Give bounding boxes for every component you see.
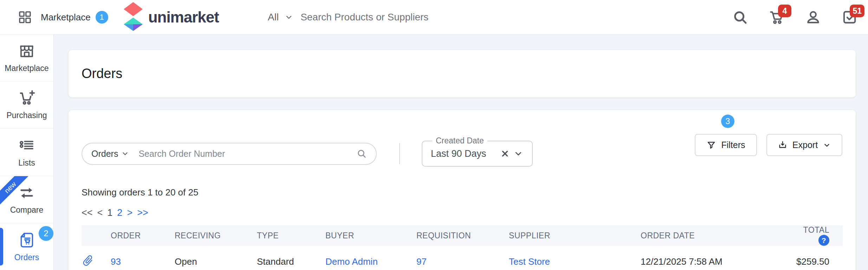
cart-plus-icon	[18, 90, 35, 107]
sidebar-item-purchasing[interactable]: Purchasing	[0, 82, 53, 129]
main-content: Orders 3 Filters Export Orders	[54, 34, 868, 270]
search-icon[interactable]	[731, 8, 749, 26]
table-row: 93 Open Standard Demo Admin 97 Test Stor…	[82, 248, 843, 270]
chevron-down-icon[interactable]	[513, 148, 524, 159]
created-date-filter[interactable]: Created Date Last 90 Days	[422, 141, 533, 167]
supplier-link[interactable]: Test Store	[509, 256, 550, 267]
pagination-first[interactable]: <<	[82, 207, 93, 218]
tasks-icon[interactable]: 51	[841, 8, 859, 26]
page-header-card: Orders	[69, 50, 856, 97]
order-date-cell: 12/21/2025 7:58 AM	[641, 248, 788, 270]
column-supplier: SUPPLIER	[509, 225, 641, 248]
filters-button[interactable]: Filters	[695, 134, 757, 156]
chevron-down-icon	[121, 149, 129, 158]
pagination-prev[interactable]: <	[97, 207, 103, 218]
sidebar: Marketplace Purchasing Lists new Compare	[0, 34, 54, 270]
sidebar-item-orders[interactable]: Orders 2	[0, 223, 53, 270]
sidebar-item-label: Lists	[18, 158, 35, 168]
export-button[interactable]: Export	[766, 134, 842, 156]
pagination-page-2[interactable]: 2	[117, 207, 122, 218]
cart-icon[interactable]: 4	[767, 8, 786, 26]
sidebar-item-label: Compare	[10, 205, 44, 215]
top-bar: Marketplace 1 unimarket All	[0, 0, 868, 34]
global-search: All	[268, 0, 448, 34]
topbar-left: Marketplace 1 unimarket	[18, 0, 219, 34]
sidebar-item-lists[interactable]: Lists	[0, 129, 53, 176]
chevron-down-icon	[823, 141, 831, 149]
filter-funnel-icon	[706, 140, 716, 150]
type-cell: Standard	[257, 248, 325, 270]
total-help-icon[interactable]: ?	[818, 235, 829, 246]
order-number-search-input[interactable]	[138, 149, 356, 159]
storefront-icon	[18, 43, 35, 60]
toolbar-divider	[399, 143, 400, 164]
pagination-page-1[interactable]: 1	[107, 207, 112, 218]
column-total-label: TOTAL	[803, 225, 830, 234]
column-receiving: RECEIVING	[175, 225, 257, 248]
column-buyer: BUYER	[325, 225, 416, 248]
page-title: Orders	[82, 66, 122, 81]
chevron-down-icon	[284, 13, 293, 22]
order-search-scope-dropdown[interactable]: Orders	[91, 149, 129, 159]
marketplace-menu[interactable]: Marketplace	[41, 12, 91, 23]
requisition-link[interactable]: 97	[416, 256, 427, 267]
tasks-count-badge: 51	[850, 5, 864, 17]
pagination: << < 1 2 > >>	[82, 207, 843, 218]
column-total: TOTAL?	[788, 225, 843, 248]
export-button-label: Export	[792, 140, 818, 150]
marketplace-count-badge: 1	[96, 11, 108, 24]
sidebar-item-marketplace[interactable]: Marketplace	[0, 34, 53, 82]
orders-table: ORDER RECEIVING TYPE BUYER REQUISITION S…	[82, 225, 843, 270]
buyer-link[interactable]: Demo Admin	[325, 256, 378, 267]
unimarket-wordmark[interactable]: unimarket	[148, 8, 219, 26]
unimarket-logo-icon[interactable]	[123, 2, 143, 32]
order-search-scope-value: Orders	[91, 149, 118, 159]
column-attachment	[82, 225, 111, 248]
orders-count-badge: 2	[39, 226, 53, 241]
column-requisition: REQUISITION	[416, 225, 509, 248]
search-icon[interactable]	[356, 148, 367, 159]
created-date-label: Created Date	[432, 136, 487, 146]
column-order-date: ORDER DATE	[641, 225, 788, 248]
list-icon	[18, 137, 35, 155]
results-summary: Showing orders 1 to 20 of 25	[82, 187, 843, 198]
active-indicator-bar	[0, 228, 3, 265]
order-document-icon	[18, 231, 36, 249]
search-scope-dropdown[interactable]: All	[268, 12, 293, 23]
order-search-box: Orders	[82, 143, 377, 165]
sidebar-item-label: Orders	[14, 253, 39, 262]
topbar-icons: 4 51	[731, 0, 859, 34]
apps-grid-icon[interactable]	[18, 10, 32, 25]
search-scope-value: All	[268, 12, 279, 23]
receiving-cell: Open	[175, 248, 257, 270]
download-icon	[778, 140, 788, 150]
sidebar-item-compare[interactable]: new Compare	[0, 176, 53, 223]
pagination-last[interactable]: >>	[137, 207, 148, 218]
sidebar-item-label: Purchasing	[6, 111, 47, 120]
column-order: ORDER	[111, 225, 175, 248]
global-search-input[interactable]	[300, 12, 448, 23]
filters-count-badge: 3	[721, 115, 734, 128]
account-icon[interactable]	[804, 8, 822, 26]
pagination-next[interactable]: >	[127, 207, 132, 218]
clear-x-icon[interactable]	[500, 149, 510, 158]
order-number-link[interactable]: 93	[111, 256, 121, 267]
table-header-row: ORDER RECEIVING TYPE BUYER REQUISITION S…	[82, 225, 843, 248]
total-cell: $259.50	[788, 248, 843, 270]
attachment-cell	[82, 248, 111, 270]
compare-arrows-icon	[18, 184, 35, 202]
created-date-value: Last 90 Days	[431, 148, 500, 159]
filters-button-label: Filters	[721, 140, 745, 150]
paperclip-icon[interactable]	[79, 251, 97, 269]
orders-panel: 3 Filters Export Orders	[69, 110, 856, 270]
cart-count-badge: 4	[778, 5, 791, 17]
sidebar-item-label: Marketplace	[5, 64, 48, 73]
column-type: TYPE	[257, 225, 325, 248]
